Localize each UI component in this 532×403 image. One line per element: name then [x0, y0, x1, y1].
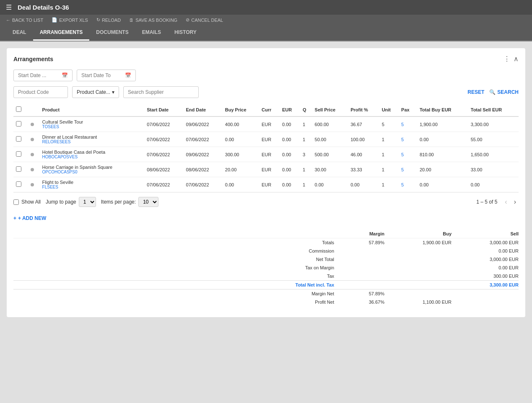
totals-section: Margin Buy Sell Totals 57.89% 1,900.00 E…	[13, 225, 519, 310]
start-date-to-field[interactable]	[81, 72, 123, 78]
product-category-select[interactable]: Product Cate... ▾	[72, 86, 119, 98]
row-checkbox[interactable]	[16, 166, 21, 172]
status-dot	[31, 168, 34, 171]
add-new-button[interactable]: + + ADD NEW	[13, 215, 46, 221]
filter-date-row: 📅 📅	[13, 70, 519, 81]
tab-deal[interactable]: DEAL	[6, 25, 33, 41]
show-all-label[interactable]: Show All	[13, 199, 41, 205]
start-date: 07/06/2022	[144, 147, 183, 162]
unit: 1	[379, 177, 399, 192]
start-date-to-input[interactable]: 📅	[77, 70, 136, 81]
col-end-date: End Date	[184, 103, 223, 116]
row-checkbox[interactable]	[16, 181, 21, 187]
eur: 0.00	[280, 116, 300, 132]
page-select[interactable]: 1	[79, 197, 96, 207]
tab-emails[interactable]: EMAILS	[135, 25, 168, 41]
pax[interactable]: 5	[399, 177, 417, 192]
search-button[interactable]: 🔍 SEARCH	[489, 89, 519, 95]
totals-sell: 300.00 EUR	[452, 274, 519, 279]
prev-page-button[interactable]: ‹	[502, 197, 509, 207]
product-code[interactable]: OPCOHOCASPS0	[42, 170, 142, 174]
pax[interactable]: 5	[399, 116, 417, 132]
page-title: Deal Details O-36	[18, 4, 69, 11]
row-checkbox[interactable]	[16, 121, 21, 127]
totals-buy: 1,900.00 EUR	[384, 240, 452, 245]
start-date-field[interactable]	[18, 72, 60, 78]
total-sell-eur: 0.00	[468, 177, 519, 192]
totals-sell: 3,000.00 EUR	[452, 240, 519, 245]
unit: 5	[379, 116, 399, 132]
start-date: 07/06/2022	[144, 132, 183, 147]
items-per-page: Items per page: 10 25 50	[101, 197, 158, 207]
col-profit-pct: Profit %	[348, 103, 379, 116]
unit: 1	[379, 147, 399, 162]
total-buy-eur: 0.00	[417, 132, 468, 147]
reset-button[interactable]: RESET	[467, 89, 484, 95]
product-code[interactable]: HOBOCAPOSVES	[42, 155, 142, 159]
status-dot	[31, 183, 34, 186]
back-to-list-button[interactable]: ← BACK TO LIST	[6, 18, 43, 23]
reload-icon: ↻	[96, 17, 100, 23]
product-code[interactable]: TOSEES	[42, 124, 142, 129]
menu-icon[interactable]: ☰	[6, 3, 12, 11]
col-total-sell-eur: Total Sell EUR	[468, 103, 519, 116]
total-sell-eur: 55.00	[468, 132, 519, 147]
col-sell-price: Sell Price	[312, 103, 348, 116]
cancel-deal-button[interactable]: ⊘ CANCEL DEAL	[186, 17, 223, 23]
totals-label: Tax	[13, 274, 334, 279]
product-code[interactable]: FLSEES	[42, 185, 142, 189]
export-xls-button[interactable]: 📄 EXPORT XLS	[52, 17, 88, 23]
tab-arrangements[interactable]: ARRANGEMENTS	[33, 25, 90, 41]
totals-buy	[384, 274, 452, 279]
end-date: 08/06/2022	[184, 162, 223, 177]
buy-price: 0.00	[223, 177, 259, 192]
pax[interactable]: 5	[399, 147, 417, 162]
total-sell-eur: 33.00	[468, 162, 519, 177]
next-page-button[interactable]: ›	[511, 197, 519, 207]
totals-header: Margin Buy Sell	[13, 230, 519, 238]
tab-documents[interactable]: DOCUMENTS	[89, 25, 135, 41]
col-q: Q	[300, 103, 312, 116]
product-category-label: Product Cate...	[77, 89, 110, 95]
main-content: Arrangements ⋮ ∧ 📅 📅 Product Cate... ▾	[0, 41, 532, 394]
show-all-checkbox[interactable]	[13, 199, 19, 205]
total-buy-eur: 0.00	[417, 177, 468, 192]
collapse-icon[interactable]: ∧	[514, 55, 519, 63]
product-code-input[interactable]	[13, 86, 68, 98]
select-all-checkbox[interactable]	[16, 106, 21, 112]
col-buy-header: Buy	[384, 231, 452, 236]
more-options-icon[interactable]: ⋮	[503, 55, 510, 63]
items-per-page-select[interactable]: 10 25 50	[138, 197, 158, 207]
search-supplier-input[interactable]	[123, 86, 199, 98]
tab-history[interactable]: HISTORY	[168, 25, 203, 41]
total-sell-eur: 3,300.00	[468, 116, 519, 132]
product-name: Hotel Boutique Casa del Poeta	[42, 150, 142, 155]
pax[interactable]: 5	[399, 132, 417, 147]
product-code[interactable]: RELORESEES	[42, 140, 142, 144]
col-eur: EUR	[280, 103, 300, 116]
save-icon: 🗓	[129, 18, 134, 23]
quantity: 1	[300, 116, 312, 132]
col-buy-price: Buy Price	[223, 103, 259, 116]
col-pax: Pax	[399, 103, 417, 116]
totals-sell: 0.00 EUR	[452, 248, 519, 253]
table-header-row: Product Start Date End Date Buy Price Cu…	[13, 103, 519, 116]
col-sell-header: Sell	[452, 231, 519, 236]
totals-row: Tax on Margin 0.00 EUR	[13, 264, 519, 272]
total-net-label: Total Net incl. Tax	[13, 282, 334, 287]
pax[interactable]: 5	[399, 162, 417, 177]
start-date-input[interactable]: 📅	[13, 70, 73, 81]
reload-button[interactable]: ↻ RELOAD	[96, 17, 121, 23]
add-icon: +	[13, 215, 16, 221]
arrangements-table-wrapper: Product Start Date End Date Buy Price Cu…	[13, 103, 519, 192]
start-date: 07/06/2022	[144, 177, 183, 192]
dropdown-arrow-icon: ▾	[112, 89, 114, 95]
totals-row: Tax 300.00 EUR	[13, 272, 519, 280]
save-as-booking-button[interactable]: 🗓 SAVE AS BOOKING	[129, 18, 177, 23]
pagination-row: Show All Jump to page 1 Items per page: …	[13, 192, 519, 211]
nav-tabs: DEAL ARRANGEMENTS DOCUMENTS EMAILS HISTO…	[0, 25, 532, 41]
margin-net-row: Margin Net 57.89%	[13, 289, 519, 298]
row-checkbox[interactable]	[16, 136, 21, 142]
start-date: 08/06/2022	[144, 162, 183, 177]
row-checkbox[interactable]	[16, 151, 21, 157]
